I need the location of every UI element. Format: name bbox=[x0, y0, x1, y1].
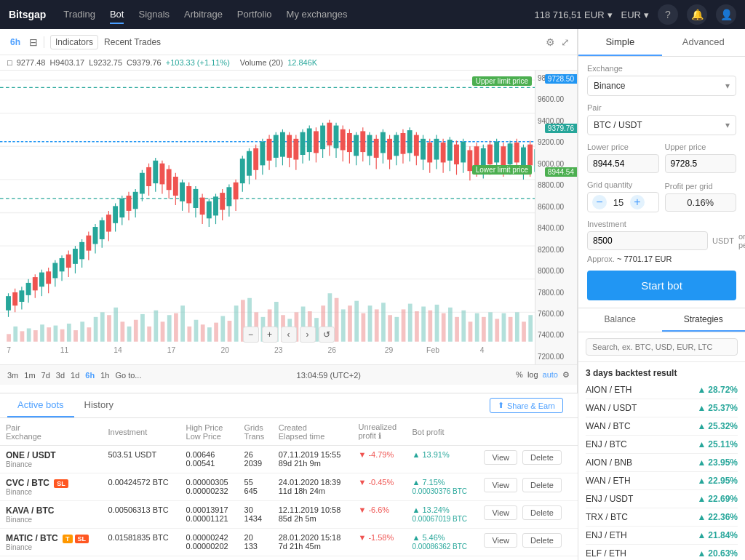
share-earn-button[interactable]: ⬆ Share & Earn bbox=[490, 398, 563, 413]
view-bot-2-button[interactable]: View bbox=[484, 505, 517, 520]
strategies-tab[interactable]: Strategies bbox=[662, 308, 746, 332]
goto-button[interactable]: Go to... bbox=[115, 371, 141, 380]
pan-left-button[interactable]: ‹ bbox=[281, 327, 297, 343]
strategy-pct-0: ▲28.72% bbox=[697, 385, 738, 395]
svg-rect-185 bbox=[314, 131, 319, 153]
svg-rect-209 bbox=[394, 135, 399, 156]
strategy-pair-3[interactable]: ENJ / BTC bbox=[586, 439, 627, 449]
start-bot-button[interactable]: Start bot bbox=[587, 271, 736, 300]
profit-per-grid-label: Profit per grid bbox=[665, 182, 737, 191]
nav-signals[interactable]: Signals bbox=[138, 6, 170, 24]
auto-option[interactable]: auto bbox=[543, 370, 558, 380]
strategy-pct-2: ▲25.32% bbox=[697, 421, 738, 431]
svg-rect-111 bbox=[66, 255, 71, 268]
tf-3m[interactable]: 3m bbox=[7, 371, 18, 380]
strategy-pair-6[interactable]: ENJ / USDT bbox=[586, 494, 633, 504]
bot-created-2: 12.11.2019 10:58 bbox=[279, 505, 347, 514]
recent-trades-button[interactable]: Recent Trades bbox=[104, 37, 161, 47]
history-tab[interactable]: History bbox=[74, 393, 124, 417]
currency-selector[interactable]: EUR ▾ bbox=[621, 9, 649, 20]
svg-rect-99 bbox=[26, 283, 31, 295]
strategies-search-input[interactable] bbox=[586, 338, 738, 356]
pair-selector[interactable]: BTC / USDT ▾ bbox=[587, 115, 736, 135]
strategy-pair-5[interactable]: WAN / ETH bbox=[586, 476, 631, 486]
reset-button[interactable]: ↺ bbox=[319, 327, 335, 343]
ohlc-high: H9403.17 bbox=[49, 58, 84, 67]
grid-qty-increase[interactable]: + bbox=[630, 195, 645, 209]
grid-row: Grid quantity − 15 + Profit per grid 0.1… bbox=[587, 180, 736, 212]
strategy-pair-8[interactable]: ENJ / ETH bbox=[586, 530, 627, 540]
ohlc-symbol: □ bbox=[7, 58, 12, 67]
nav-portfolio[interactable]: Portfolio bbox=[237, 6, 272, 24]
timeframe-6h[interactable]: 6h bbox=[7, 36, 23, 49]
nav-trading[interactable]: Trading bbox=[63, 6, 95, 24]
svg-rect-229 bbox=[461, 142, 466, 163]
tf-6h[interactable]: 6h bbox=[85, 371, 95, 380]
exchange-selector[interactable]: Binance ▾ bbox=[587, 76, 736, 96]
notifications-button[interactable]: 🔔 bbox=[687, 4, 707, 25]
chevron-down-icon: ▾ bbox=[725, 81, 730, 91]
upper-price-input[interactable] bbox=[665, 154, 737, 173]
svg-rect-45 bbox=[234, 305, 239, 342]
strategy-pair-4[interactable]: AION / BNB bbox=[586, 457, 632, 468]
tf-1m[interactable]: 1m bbox=[24, 371, 35, 380]
strategy-pct-7: ▲22.36% bbox=[697, 512, 738, 522]
grid-qty-decrease[interactable]: − bbox=[592, 195, 607, 209]
nav-arbitrage[interactable]: Arbitrage bbox=[184, 6, 223, 24]
pct-option[interactable]: % bbox=[516, 370, 523, 380]
tf-1h[interactable]: 1h bbox=[100, 371, 109, 380]
chart-settings-icon[interactable]: ⚙ bbox=[546, 36, 555, 48]
strategy-pair-0[interactable]: AION / ETH bbox=[586, 385, 632, 395]
svg-rect-101 bbox=[33, 277, 38, 290]
indicators-button[interactable]: Indicators bbox=[50, 35, 98, 49]
zoom-out-button[interactable]: − bbox=[243, 327, 259, 343]
profit-per-grid-field: Profit per grid 0.16% bbox=[665, 182, 737, 212]
log-option[interactable]: log bbox=[527, 370, 538, 380]
svg-rect-147 bbox=[186, 186, 191, 203]
investment-input[interactable] bbox=[587, 231, 708, 250]
view-bot-0-button[interactable]: View bbox=[484, 450, 517, 465]
user-profile-button[interactable]: 👤 bbox=[716, 4, 736, 25]
delete-bot-3-button[interactable]: Delete bbox=[522, 533, 562, 548]
strategy-pair-1[interactable]: WAN / USDT bbox=[586, 403, 637, 413]
chart-expand-icon[interactable]: ⤢ bbox=[561, 36, 570, 48]
delete-bot-2-button[interactable]: Delete bbox=[522, 505, 562, 520]
arrow-up-icon: ▲ bbox=[697, 530, 706, 540]
simple-tab[interactable]: Simple bbox=[578, 29, 662, 56]
advanced-tab[interactable]: Advanced bbox=[662, 29, 746, 56]
tf-1d[interactable]: 1d bbox=[71, 371, 79, 380]
balance-button[interactable]: 118 716,51 EUR ▾ bbox=[534, 9, 612, 20]
help-button[interactable]: ? bbox=[658, 4, 678, 25]
nav-bot[interactable]: Bot bbox=[110, 6, 124, 24]
balance-strategies-tabs: Balance Strategies bbox=[578, 308, 745, 332]
lower-price-input[interactable] bbox=[587, 154, 659, 173]
svg-text:29: 29 bbox=[385, 345, 394, 355]
pan-right-button[interactable]: › bbox=[300, 327, 316, 343]
zoom-in-button[interactable]: + bbox=[262, 327, 278, 343]
svg-rect-65 bbox=[368, 305, 372, 342]
lower-price-field: Lower price bbox=[587, 143, 659, 173]
tf-7d[interactable]: 7d bbox=[41, 371, 50, 380]
svg-rect-167 bbox=[253, 148, 258, 170]
strategy-pair-2[interactable]: WAN / BTC bbox=[586, 421, 631, 431]
svg-rect-223 bbox=[441, 143, 446, 162]
svg-rect-15 bbox=[33, 330, 38, 342]
bot-low-3: 0.00000202 bbox=[186, 542, 233, 551]
balance-tab[interactable]: Balance bbox=[578, 308, 662, 332]
strategy-pair-7[interactable]: TRX / BTC bbox=[586, 512, 628, 522]
strategy-pair-9[interactable]: ELF / ETH bbox=[586, 548, 626, 559]
svg-rect-127 bbox=[119, 199, 124, 217]
active-bots-tab[interactable]: Active bots bbox=[7, 393, 74, 417]
delete-bot-0-button[interactable]: Delete bbox=[522, 450, 562, 465]
chevron-down-icon-2: ▾ bbox=[725, 120, 730, 130]
tf-3d[interactable]: 3d bbox=[56, 371, 65, 380]
ohlc-change: +103.33 (+1.11%) bbox=[166, 58, 230, 67]
svg-rect-62 bbox=[348, 305, 352, 342]
chart-settings-icon-2[interactable]: ⚙ bbox=[562, 370, 570, 380]
view-bot-1-button[interactable]: View bbox=[484, 478, 517, 492]
view-bot-3-button[interactable]: View bbox=[484, 533, 517, 548]
delete-bot-1-button[interactable]: Delete bbox=[522, 478, 562, 492]
nav-my-exchanges[interactable]: My exchanges bbox=[287, 6, 348, 24]
chart-type-icon[interactable]: ⊟ bbox=[29, 36, 38, 48]
svg-rect-169 bbox=[260, 142, 265, 166]
